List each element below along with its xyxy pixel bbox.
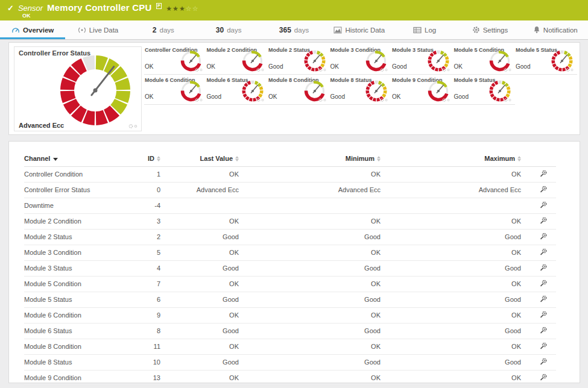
small-gauge-tile[interactable]: Module 6 Status Good [206, 77, 268, 105]
channel-settings-gear-icon[interactable] [539, 310, 548, 319]
tab-historic-data[interactable]: Historic Data [327, 20, 392, 39]
gauge-settings-icon[interactable] [379, 98, 389, 102]
cell-id: 11 [133, 339, 160, 355]
small-gauge-tile[interactable]: Module 6 Condition OK [144, 77, 206, 105]
cell-last-value: Good [160, 230, 239, 245]
table-row[interactable]: Module 9 Status 12 Good Good Good [24, 386, 556, 388]
cell-channel: Module 8 Condition [24, 339, 133, 355]
tab-2-days[interactable]: 2 days [131, 20, 196, 39]
channel-settings-gear-icon[interactable] [539, 326, 548, 334]
gauge-settings-icon[interactable] [256, 98, 265, 102]
cell-minimum: Good [239, 292, 381, 308]
small-gauge-tile[interactable]: Controller Condition OK [144, 46, 206, 75]
small-gauge-tile[interactable]: Module 3 Status Good [391, 46, 454, 75]
small-gauge-tile[interactable]: Module 2 Status Good [268, 46, 330, 75]
small-gauge-tile[interactable]: Module 2 Condition OK [206, 46, 268, 75]
tab-bar: Overview Live Data 2 days 30 days 365 da… [0, 20, 588, 40]
chart-icon [334, 27, 342, 34]
tab-overview[interactable]: Overview [0, 20, 65, 39]
channel-settings-gear-icon[interactable] [539, 373, 548, 381]
table-row[interactable]: Module 5 Status 6 Good Good Good [24, 292, 556, 308]
cell-last-value: Good [160, 261, 239, 277]
small-gauge-tile[interactable]: Module 5 Status Good [515, 46, 577, 75]
cell-minimum: Good [239, 324, 381, 339]
column-header-channel[interactable]: Channel [24, 151, 133, 167]
table-row[interactable]: Module 6 Status 8 Good Good Good [24, 324, 556, 339]
gauge-settings-icon[interactable] [503, 98, 513, 102]
small-gauge-tile[interactable]: Module 3 Condition OK [330, 46, 392, 75]
column-header-minimum[interactable]: Minimum [239, 151, 381, 167]
table-row[interactable]: Controller Error Status 0 Advanced Ecc A… [24, 183, 556, 198]
gauge-settings-icon[interactable] [503, 67, 513, 72]
small-gauge-tile[interactable]: Module 9 Condition OK [391, 77, 454, 105]
gauge-settings-icon[interactable] [441, 98, 451, 102]
cell-maximum: OK [381, 167, 521, 183]
channel-settings-gear-icon[interactable] [539, 232, 548, 240]
gauge-settings-icon[interactable] [256, 67, 265, 72]
cell-maximum: OK [381, 339, 521, 355]
gauge-settings-icon[interactable] [194, 98, 204, 102]
table-row[interactable]: Module 2 Status 2 Good Good Good [24, 230, 556, 245]
table-row[interactable]: Downtime -4 [24, 198, 556, 214]
table-row[interactable]: Module 9 Condition 13 OK OK OK [24, 371, 556, 386]
channel-settings-gear-icon[interactable] [539, 248, 548, 256]
channel-settings-gear-icon[interactable] [539, 295, 548, 303]
channel-settings-gear-icon[interactable] [539, 357, 548, 366]
cell-id: 4 [133, 261, 160, 277]
table-row[interactable]: Controller Condition 1 OK OK OK [24, 167, 556, 183]
tab-settings[interactable]: Settings [457, 20, 522, 39]
cell-last-value: OK [160, 339, 239, 355]
small-gauge-tile[interactable]: Module 9 Status Good [454, 77, 516, 105]
small-gauge-tile[interactable]: Module 8 Condition OK [268, 77, 330, 105]
table-row[interactable]: Module 5 Condition 7 OK OK OK [24, 277, 556, 292]
gauge-settings-icon[interactable] [318, 98, 327, 102]
channel-settings-gear-icon[interactable] [539, 263, 548, 272]
gauge-value: OK [392, 93, 400, 100]
gauge-settings-icon[interactable] [318, 67, 327, 72]
gauge-settings-icon[interactable] [194, 67, 204, 72]
small-gauge-tile[interactable]: Module 5 Condition OK [454, 46, 516, 75]
tab-notification[interactable]: Notification [523, 20, 588, 39]
main-gauge-value: Advanced Ecc [19, 122, 64, 129]
priority-flag-icon[interactable]: P [156, 3, 162, 9]
cell-last-value: Good [160, 324, 239, 339]
tab-label: Historic Data [345, 27, 385, 34]
gauge-settings-icon[interactable] [565, 67, 575, 72]
channel-settings-gear-icon[interactable] [539, 279, 548, 287]
table-row[interactable]: Module 3 Status 4 Good Good Good [24, 261, 556, 277]
table-row[interactable]: Module 3 Condition 5 OK OK OK [24, 245, 556, 261]
tab-365-days[interactable]: 365 days [261, 20, 326, 39]
column-header-maximum[interactable]: Maximum [381, 151, 521, 167]
table-row[interactable]: Module 2 Condition 3 OK OK OK [24, 214, 556, 230]
tab-log[interactable]: Log [392, 20, 457, 39]
channel-settings-gear-icon[interactable] [539, 216, 548, 225]
cell-channel: Module 6 Status [24, 324, 133, 339]
channel-settings-gear-icon[interactable] [539, 342, 548, 350]
channel-settings-gear-icon[interactable] [539, 201, 548, 209]
table-row[interactable]: Module 6 Condition 9 OK OK OK [24, 308, 556, 324]
table-row[interactable]: Module 8 Status 10 Good Good Good [24, 355, 556, 371]
column-header-last-value[interactable]: Last Value [160, 151, 239, 167]
channel-settings-gear-icon[interactable] [539, 169, 548, 178]
priority-stars[interactable]: ★★★☆☆ [166, 5, 198, 13]
gauge-settings-icon[interactable] [128, 124, 139, 129]
main-gauge-tile[interactable]: Controller Error Status Advanced Ecc [14, 46, 142, 131]
gauge-settings-icon[interactable] [379, 67, 389, 72]
small-gauge-grid: Controller Condition OK Module 2 Conditi… [144, 46, 577, 107]
cell-channel: Module 3 Status [24, 261, 133, 277]
column-header-id[interactable]: ID [133, 151, 160, 167]
small-gauge-tile[interactable]: Module 8 Status Good [330, 77, 392, 105]
table-row[interactable]: Module 8 Condition 11 OK OK OK [24, 339, 556, 355]
sort-descending-icon [53, 158, 58, 161]
channels-table: Channel ID Last Value Minimum Maximum Co… [24, 151, 556, 388]
main-gauge [14, 47, 142, 131]
column-label: Minimum [346, 155, 375, 162]
tab-live-data[interactable]: Live Data [65, 20, 130, 39]
cell-minimum: OK [239, 167, 381, 183]
cell-maximum: OK [381, 371, 521, 386]
gauge-settings-icon[interactable] [441, 67, 451, 72]
gauge-value: OK [145, 63, 153, 70]
tab-30-days[interactable]: 30 days [196, 20, 261, 39]
channel-settings-gear-icon[interactable] [539, 185, 548, 193]
sort-icon [377, 156, 381, 161]
